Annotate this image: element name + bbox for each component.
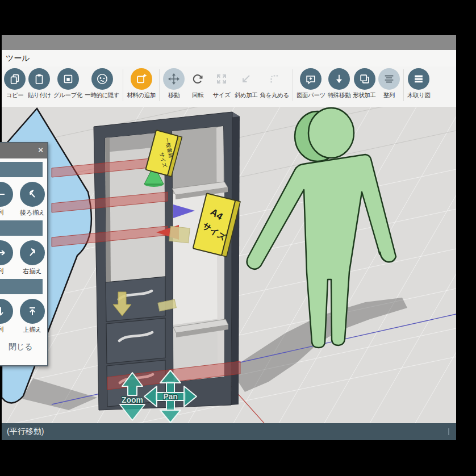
align-row-left-button[interactable]: 列 (0, 240, 13, 275)
add-material-icon (131, 68, 152, 90)
toolbar-separator (403, 69, 404, 101)
align-row-left-label: 列 (0, 208, 4, 217)
toolbar-label: 角を丸める (260, 91, 289, 99)
copy-icon (4, 68, 26, 90)
group-icon (57, 68, 79, 90)
paste-button[interactable]: 貼り付け (27, 68, 52, 99)
align-row-left-icon (0, 182, 13, 207)
special-move-icon (328, 68, 350, 90)
align-button[interactable]: 整列 (377, 68, 401, 99)
close-dialog-button[interactable]: 閉じる (9, 342, 47, 352)
shape-edit-icon (354, 68, 375, 90)
align-row-left-label: 列 (0, 325, 4, 334)
align-top-icon (20, 299, 45, 324)
toolbar-label: 回転 (192, 91, 203, 99)
zoom-widget-label: Zoom (122, 395, 143, 404)
status-bar-grip (448, 428, 449, 435)
toolbar: コピー 貼り付け グループ化 (2, 66, 456, 109)
align-back-button[interactable]: 後ろ揃え (20, 182, 45, 217)
align-dialog: × 列 後ろ揃え (0, 142, 48, 366)
toolbar-label: サイズ (212, 91, 230, 99)
align-back-label: 後ろ揃え (20, 208, 45, 217)
toolbar-label: グループ化 (53, 91, 82, 99)
align-top-button[interactable]: 上揃え (20, 299, 45, 334)
add-material-button[interactable]: 材料の追加 (126, 68, 157, 99)
hide-face-icon (91, 68, 113, 90)
size-button[interactable]: サイズ (210, 68, 233, 99)
toolbar-label: コピー (6, 91, 24, 99)
resize-icon (211, 68, 232, 90)
toolbar-label: 木取り図 (407, 91, 431, 99)
rotate-button[interactable]: 回転 (186, 68, 210, 99)
toolbar-label: 移動 (168, 91, 179, 99)
align-row-left-label: 列 (0, 267, 4, 275)
align-top-label: 上揃え (23, 325, 41, 334)
toolbar-separator (159, 69, 160, 101)
toolbar-separator (293, 69, 293, 101)
align-right-button[interactable]: 右揃え (20, 240, 45, 275)
toolbar-label: 貼り付け (28, 91, 51, 99)
window-title-band (2, 35, 456, 50)
paste-icon (28, 68, 50, 90)
toolbar-separator (123, 69, 123, 101)
round-corner-button[interactable]: 角を丸める (259, 68, 290, 99)
status-text: (平行移動) (7, 427, 44, 437)
close-icon[interactable]: × (38, 145, 43, 155)
status-bar: (平行移動) (2, 423, 456, 440)
align-dialog-titlebar[interactable]: × (0, 143, 47, 158)
align-right-icon (20, 240, 45, 265)
toolbar-label: 図面パーツ (297, 91, 325, 99)
align-dialog-section-band (0, 162, 43, 177)
drawing-parts-button[interactable]: 図面パーツ (295, 68, 327, 99)
toolbar-label: 特殊移動 (328, 91, 350, 99)
special-move-button[interactable]: 特殊移動 (327, 68, 352, 99)
align-dialog-section-band (0, 220, 43, 236)
viewport-3d[interactable]: 一般書籍 サイズ A4 サイズ Zoom (2, 107, 456, 423)
group-button[interactable]: グループ化 (52, 68, 83, 99)
toolbar-label: 材料の追加 (127, 91, 156, 99)
align-dialog-section-band (0, 279, 43, 294)
cutting-diagram-button[interactable]: 木取り図 (406, 68, 432, 99)
shape-edit-button[interactable]: 形状加工 (352, 68, 377, 99)
bevel-icon (235, 68, 257, 90)
align-row-left-icon (0, 240, 13, 265)
pan-widget-label: Pan (163, 392, 178, 401)
align-row-left-button[interactable]: 列 (0, 299, 13, 334)
copy-button[interactable]: コピー (3, 68, 27, 99)
rotate-icon (187, 68, 208, 90)
align-icon (378, 68, 400, 90)
align-back-icon (20, 182, 45, 207)
toolbar-label: 形状加工 (353, 91, 375, 99)
app-window: ツール コピー 貼り付け グループ化 (2, 35, 456, 440)
hide-temporarily-button[interactable]: 一時的に隠す (83, 68, 120, 99)
toolbar-label: 整列 (383, 91, 395, 99)
bevel-button[interactable]: 斜め加工 (233, 68, 259, 99)
menu-bar: ツール (2, 50, 456, 66)
cutting-diagram-icon (408, 68, 429, 90)
toolbar-label: 斜め加工 (235, 91, 258, 99)
toolbar-label: 一時的に隠す (85, 91, 119, 99)
move-button[interactable]: 移動 (162, 68, 186, 99)
move-icon (163, 68, 185, 90)
align-row-left-icon (0, 299, 13, 324)
align-row-left-button[interactable]: 列 (0, 182, 13, 217)
align-right-label: 右揃え (23, 267, 41, 275)
round-corner-icon (264, 68, 285, 90)
menu-item-tools[interactable]: ツール (6, 53, 30, 64)
drawing-parts-icon (300, 68, 321, 90)
